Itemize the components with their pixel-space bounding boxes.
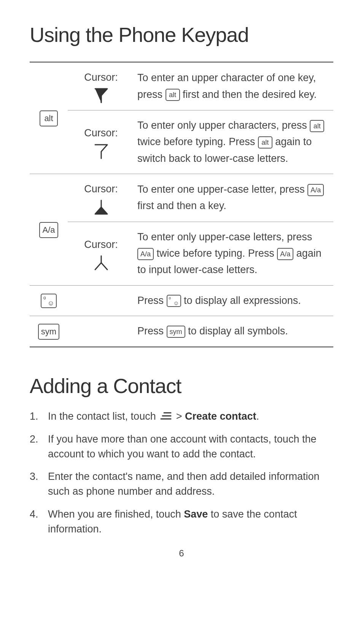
cursor-label: Cursor: xyxy=(71,237,131,253)
emoji-sup: o xyxy=(43,296,46,300)
save-bold: Save xyxy=(184,508,208,520)
text: Press xyxy=(137,325,167,337)
text: To enter only upper characters, press xyxy=(137,120,310,131)
keypad-table: alt Cursor: To enter an upper character … xyxy=(30,62,333,347)
text: twice before typing. Press xyxy=(137,136,258,147)
text: . xyxy=(256,411,260,422)
text: first and then the desired key. xyxy=(183,89,317,100)
text: to display all expressions. xyxy=(184,295,301,306)
text: first and then a key. xyxy=(137,200,226,211)
menu-icon xyxy=(160,409,172,424)
heading-adding-contact: Adding a Contact xyxy=(30,374,333,398)
cell-cursor-emoji xyxy=(68,285,134,316)
cursor-label: Cursor: xyxy=(71,125,131,141)
aa-key-icon: A/a xyxy=(39,222,58,238)
text: When you are finished, touch xyxy=(48,508,184,520)
cell-desc-aa-single: To enter one upper-case letter, press A/… xyxy=(134,174,333,222)
cell-key-sym: sym xyxy=(30,316,68,347)
sym-key-icon: sym xyxy=(167,326,185,338)
alt-key-icon: alt xyxy=(40,110,58,126)
steps-list: In the contact list, touch > Create cont… xyxy=(30,409,333,537)
text: Press xyxy=(137,295,167,306)
alt-key-icon: alt xyxy=(310,120,324,132)
aa-key-icon: A/a xyxy=(277,248,293,260)
cell-cursor-sym xyxy=(68,316,134,347)
cell-cursor-alt-single: Cursor: xyxy=(68,62,134,110)
cursor-glyph-alt-filled-icon xyxy=(94,88,108,103)
cell-desc-emoji: Press o ☺ to display all expressions. xyxy=(134,285,333,316)
text: twice before typing. Press xyxy=(157,248,277,259)
alt-key-icon: alt xyxy=(258,136,272,149)
cell-desc-alt-single: To enter an upper character of one key, … xyxy=(134,62,333,110)
heading-using-phone-keypad: Using the Phone Keypad xyxy=(30,23,333,46)
text: To enter only upper-case letters, press xyxy=(137,231,312,243)
step-4: When you are finished, touch Save to sav… xyxy=(30,507,333,537)
emoji-face: ☺ xyxy=(173,300,179,306)
alt-key-icon: alt xyxy=(166,89,180,101)
emoji-sup: o xyxy=(169,296,171,300)
cell-desc-sym: Press sym to display all symbols. xyxy=(134,316,333,347)
text: > xyxy=(176,411,185,422)
aa-key-icon: A/a xyxy=(137,248,154,260)
emoji-face: ☺ xyxy=(48,300,54,307)
step-2: If you have more than one account with c… xyxy=(30,432,333,462)
cursor-glyph-aa-outline-icon xyxy=(94,255,108,270)
emoji-key-icon: o ☺ xyxy=(41,294,57,308)
cell-cursor-alt-double: Cursor: xyxy=(68,110,134,174)
emoji-key-icon: o ☺ xyxy=(167,295,181,307)
cursor-glyph-alt-outline-icon xyxy=(94,144,108,159)
cell-desc-aa-double: To enter only upper-case letters, press … xyxy=(134,222,333,285)
cell-cursor-aa-single: Cursor: xyxy=(68,174,134,222)
cursor-glyph-aa-filled-icon xyxy=(94,200,108,215)
create-contact-bold: Create contact xyxy=(185,411,256,422)
cell-key-emoji: o ☺ xyxy=(30,285,68,316)
cell-cursor-aa-double: Cursor: xyxy=(68,222,134,285)
step-3: Enter the contact's name, and then add d… xyxy=(30,469,333,499)
aa-key-icon: A/a xyxy=(307,184,324,196)
cursor-label: Cursor: xyxy=(71,69,131,86)
cursor-label: Cursor: xyxy=(71,181,131,197)
text: In the contact list, touch xyxy=(48,411,159,422)
cell-key-aa: A/a xyxy=(30,174,68,285)
cell-key-alt: alt xyxy=(30,62,68,174)
page-number: 6 xyxy=(30,548,333,559)
sym-key-icon: sym xyxy=(38,324,59,340)
text: To enter one upper-case letter, press xyxy=(137,184,307,195)
step-1: In the contact list, touch > Create cont… xyxy=(30,409,333,424)
cell-desc-alt-double: To enter only upper characters, press al… xyxy=(134,110,333,174)
text: to display all symbols. xyxy=(188,325,288,337)
